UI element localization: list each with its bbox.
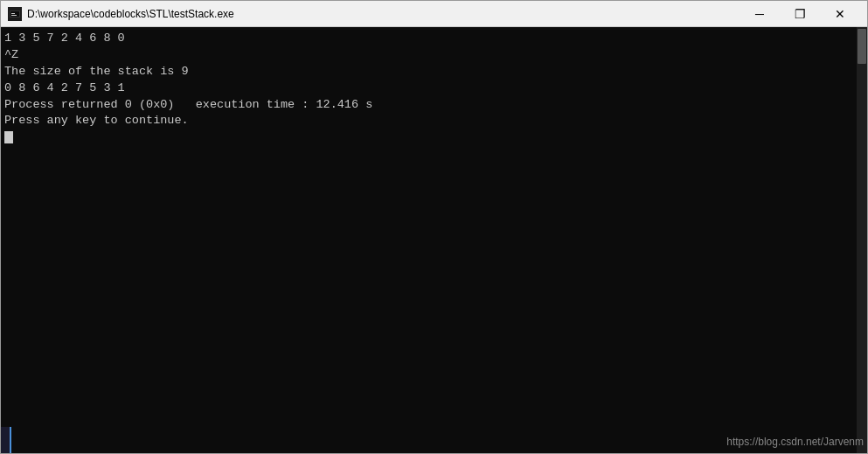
scrollbar-thumb[interactable] <box>858 29 866 64</box>
window-controls: ─ ❐ ✕ <box>740 1 860 27</box>
window-title: D:\workspace\codeblocks\STL\testStack.ex… <box>27 8 740 20</box>
svg-rect-4 <box>11 15 17 16</box>
output-line-3: The size of the stack is 9 <box>4 65 189 78</box>
left-indicator <box>1 427 11 453</box>
vertical-scrollbar[interactable] <box>857 27 867 453</box>
restore-button[interactable]: ❐ <box>780 1 820 27</box>
close-button[interactable]: ✕ <box>820 1 860 27</box>
output-line-1: 1 3 5 7 2 4 6 8 0 <box>4 31 125 45</box>
console-output: 1 3 5 7 2 4 6 8 0 ^Z The size of the sta… <box>1 27 857 453</box>
main-window: D:\workspace\codeblocks\STL\testStack.ex… <box>0 0 868 454</box>
cursor <box>4 131 13 143</box>
svg-rect-3 <box>11 13 15 14</box>
minimize-button[interactable]: ─ <box>740 1 780 27</box>
output-line-6: Press any key to continue. <box>4 114 189 127</box>
output-line-4: 0 8 6 4 2 7 5 3 1 <box>4 81 125 94</box>
title-bar: D:\workspace\codeblocks\STL\testStack.ex… <box>1 1 867 27</box>
app-icon <box>8 7 22 21</box>
output-line-2: ^Z <box>4 48 18 61</box>
watermark: https://blog.csdn.net/Jarvenm <box>726 436 864 448</box>
output-line-5: Process returned 0 (0x0) execution time … <box>4 98 372 111</box>
console-area: 1 3 5 7 2 4 6 8 0 ^Z The size of the sta… <box>1 27 867 453</box>
